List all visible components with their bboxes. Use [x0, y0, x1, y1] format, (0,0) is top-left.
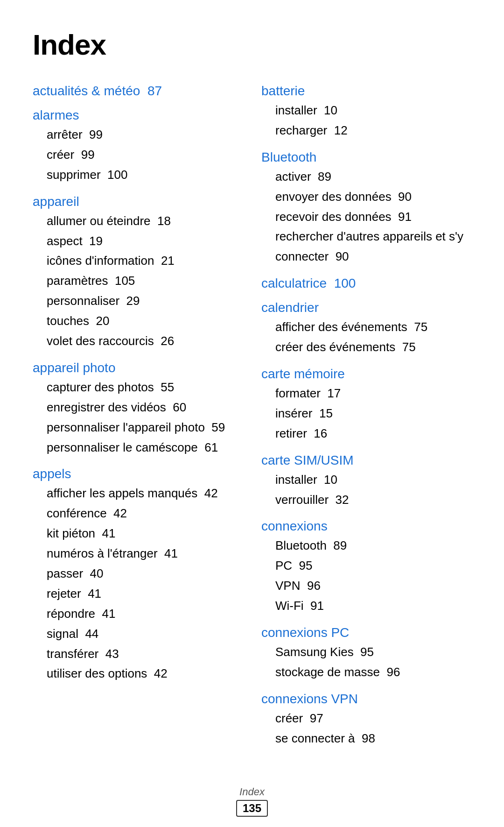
section-items-0-1: arrêter 99créer 99supprimer 100: [33, 125, 243, 185]
section-1-7: connexions PCSamsung Kies 95stockage de …: [261, 625, 471, 682]
section-heading-1-4: carte mémoire: [261, 367, 471, 382]
section-items-1-8: créer 97se connecter à 98: [261, 708, 471, 749]
section-items-1-4: formater 17insérer 15retirer 16: [261, 383, 471, 444]
section-1-0: batterieinstaller 10recharger 12: [261, 84, 471, 141]
page-title: Index: [33, 28, 471, 61]
list-item: rejeter 41: [47, 584, 243, 604]
list-item: afficher des événements 75: [275, 317, 471, 337]
list-item: personnaliser l'appareil photo 59: [47, 417, 243, 438]
section-1-8: connexions VPNcréer 97se connecter à 98: [261, 692, 471, 749]
section-1-6: connexionsBluetooth 89PC 95VPN 96Wi-Fi 9…: [261, 519, 471, 616]
section-heading-0-1: alarmes: [33, 108, 243, 123]
list-item: utiliser des options 42: [47, 664, 243, 684]
list-item: installer 10: [275, 100, 471, 120]
section-heading-0-2: appareil: [33, 194, 243, 209]
section-0-0: actualités & météo 87: [33, 84, 243, 99]
list-item: répondre 41: [47, 604, 243, 624]
section-1-4: carte mémoireformater 17insérer 15retire…: [261, 367, 471, 444]
list-item: kit piéton 41: [47, 523, 243, 544]
list-item: créer 97: [275, 708, 471, 728]
list-item: Samsung Kies 95: [275, 642, 471, 662]
list-item: passer 40: [47, 564, 243, 584]
section-items-0-4: afficher les appels manqués 42conférence…: [33, 483, 243, 684]
section-items-0-2: allumer ou éteindre 18aspect 19icônes d'…: [33, 211, 243, 351]
section-0-2: appareilallumer ou éteindre 18aspect 19i…: [33, 194, 243, 351]
list-item: VPN 96: [275, 576, 471, 596]
section-heading-1-3: calendrier: [261, 300, 471, 315]
section-heading-1-7: connexions PC: [261, 625, 471, 640]
section-0-4: appelsafficher les appels manqués 42conf…: [33, 467, 243, 684]
footer-label: Index: [33, 786, 471, 798]
list-item: supprimer 100: [47, 165, 243, 185]
list-item: recevoir des données 91: [275, 207, 471, 227]
section-heading-1-1: Bluetooth: [261, 150, 471, 165]
list-item: Wi-Fi 91: [275, 596, 471, 616]
list-item: verrouiller 32: [275, 490, 471, 510]
list-item: conférence 42: [47, 503, 243, 523]
section-items-1-7: Samsung Kies 95stockage de masse 96: [261, 642, 471, 682]
section-items-1-5: installer 10verrouiller 32: [261, 470, 471, 510]
list-item: stockage de masse 96: [275, 662, 471, 682]
section-1-1: Bluetoothactiver 89envoyer des données 9…: [261, 150, 471, 267]
column-0: actualités & météo 87alarmesarrêter 99cr…: [33, 84, 243, 693]
list-item: insérer 15: [275, 403, 471, 424]
list-item: aspect 19: [47, 231, 243, 251]
list-item: PC 95: [275, 556, 471, 576]
section-0-1: alarmesarrêter 99créer 99supprimer 100: [33, 108, 243, 185]
section-heading-0-0: actualités & météo 87: [33, 84, 243, 99]
page-footer: Index 135: [33, 786, 471, 817]
section-heading-1-8: connexions VPN: [261, 692, 471, 707]
section-items-1-3: afficher des événements 75créer des évén…: [261, 317, 471, 357]
list-item: arrêter 99: [47, 125, 243, 145]
list-item: volet des raccourcis 26: [47, 331, 243, 351]
list-item: enregistrer des vidéos 60: [47, 397, 243, 417]
section-heading-1-0: batterie: [261, 84, 471, 99]
list-item: retirer 16: [275, 424, 471, 444]
list-item: touches 20: [47, 311, 243, 331]
section-items-0-3: capturer des photos 55enregistrer des vi…: [33, 377, 243, 458]
list-item: capturer des photos 55: [47, 377, 243, 397]
section-heading-1-6: connexions: [261, 519, 471, 534]
list-item: afficher les appels manqués 42: [47, 483, 243, 503]
list-item: envoyer des données 90: [275, 187, 471, 207]
list-item: recharger 12: [275, 120, 471, 141]
list-item: se connecter à 98: [275, 728, 471, 749]
footer-page-number: 135: [236, 800, 268, 817]
list-item: créer 99: [47, 145, 243, 165]
index-columns: actualités & météo 87alarmesarrêter 99cr…: [33, 84, 471, 758]
list-item: personnaliser 29: [47, 291, 243, 311]
list-item: activer 89: [275, 167, 471, 187]
list-item: Bluetooth 89: [275, 536, 471, 556]
list-item: allumer ou éteindre 18: [47, 211, 243, 231]
list-item: personnaliser le caméscope 61: [47, 438, 243, 458]
section-items-1-6: Bluetooth 89PC 95VPN 96Wi-Fi 91: [261, 536, 471, 616]
column-1: batterieinstaller 10recharger 12Bluetoot…: [261, 84, 471, 758]
section-1-3: calendrierafficher des événements 75crée…: [261, 300, 471, 357]
list-item: rechercher d'autres appareils et s'y con…: [275, 226, 471, 267]
section-heading-0-4: appels: [33, 467, 243, 481]
list-item: créer des événements 75: [275, 337, 471, 357]
section-1-2: calculatrice 100: [261, 276, 471, 291]
section-heading-1-5: carte SIM/USIM: [261, 453, 471, 468]
list-item: paramètres 105: [47, 271, 243, 291]
section-heading-0-3: appareil photo: [33, 360, 243, 375]
section-0-3: appareil photocapturer des photos 55enre…: [33, 360, 243, 458]
list-item: icônes d'information 21: [47, 251, 243, 271]
list-item: transférer 43: [47, 644, 243, 664]
list-item: formater 17: [275, 383, 471, 403]
list-item: installer 10: [275, 470, 471, 490]
list-item: numéros à l'étranger 41: [47, 544, 243, 564]
section-1-5: carte SIM/USIMinstaller 10verrouiller 32: [261, 453, 471, 510]
list-item: signal 44: [47, 624, 243, 644]
section-items-1-0: installer 10recharger 12: [261, 100, 471, 141]
section-items-1-1: activer 89envoyer des données 90recevoir…: [261, 167, 471, 267]
section-heading-1-2: calculatrice 100: [261, 276, 471, 291]
